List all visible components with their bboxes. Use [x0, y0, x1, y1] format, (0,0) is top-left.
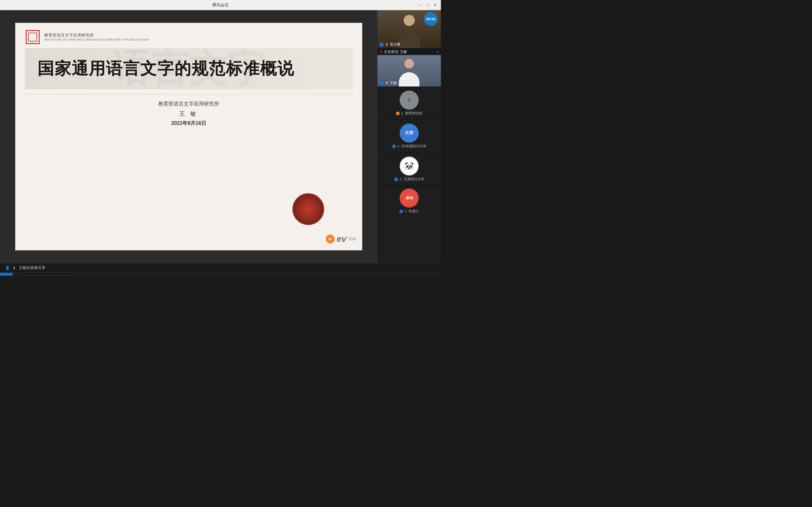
dengjiaxin-inner: 👤 🎙 助理邓佳欣	[380, 91, 438, 116]
timer-badge: 00:09	[424, 12, 438, 26]
screen-share-bar: 👤 🎙 王敏的屏幕共享	[0, 263, 441, 273]
mic-icon-dengjiaxin: 🎙	[401, 112, 404, 115]
institute-logo	[25, 29, 41, 45]
title-bar-controls: ─ □ ✕	[417, 3, 438, 8]
close-button[interactable]: ✕	[433, 3, 438, 8]
taskbar: ⊞ 🔍 ○ ⧉ ✉ 🐧 🔋 100% ⛅ 33°C 多云 🎙 🔊 📶 英 14:…	[0, 273, 441, 276]
start-button[interactable]: ⊞	[0, 273, 13, 276]
mic-icon-zhuoma: 🎙	[404, 210, 407, 213]
slide-date: 2021年8月16日	[15, 120, 362, 127]
search-bar[interactable]: 🔍	[15, 275, 79, 276]
slide-main-title: 国家通用语言文字的规范标准概说	[38, 58, 340, 80]
slide-header: 教育部语言文字应用研究所 INSTITUTE OF APPLIED LINGUI…	[15, 23, 362, 48]
slide-banner: 语言文字 国家通用语言文字的规范标准概说	[25, 48, 353, 89]
slide-org: 教育部语言文字应用研究所	[15, 101, 362, 107]
wangtao-inner: 🐼 🎙 王涛四川大学	[380, 157, 438, 181]
taskbar-quick-icons: ○ ⧉ ✉ 🐧	[81, 275, 131, 276]
participant-wangtao: 🐼 🎙 王涛四川大学	[377, 153, 441, 186]
speaking-label: 正在讲话: 王敏	[384, 49, 407, 54]
avatar-dengjiaxin: 👤	[400, 91, 419, 110]
speaking-controls: ↩	[437, 50, 439, 54]
taskbar-right: 🔋 100% ⛅ 33°C 多云 🎙 🔊 📶 英 14:34 2021/8/16…	[349, 275, 441, 276]
screen-share-person-icon: 👤	[5, 266, 10, 270]
slide-divider	[25, 94, 353, 95]
slide-footer-info: 教育部语言文字应用研究所 王 敏 2021年8月16日	[15, 101, 362, 127]
institute-cn: 教育部语言文字应用研究所	[44, 33, 149, 38]
name-hexiquan: 🎙 52何倩四川大学	[392, 144, 426, 149]
person-icon-leihan: 👤	[379, 43, 384, 47]
minimize-button[interactable]: ─	[417, 3, 422, 8]
person-icon-wangtao	[394, 177, 398, 181]
person-icon-hexiquan	[392, 145, 396, 148]
name-label-hexiquan: 52何倩四川大学	[401, 144, 426, 149]
mic-off-icon: 🎙	[379, 50, 383, 54]
mic-icon-leihan: 🎙	[385, 43, 389, 47]
taskbar-icon-multitask[interactable]: ⧉	[96, 275, 105, 276]
slide-author: 王 敏	[15, 110, 362, 118]
name-label-dengjiaxin: 助理邓佳欣	[405, 111, 422, 116]
name-label-wangtao: 王涛四川大学	[403, 177, 424, 181]
institute-en: INSTITUTE OF APPLIED LINGUISTICS MINISTR…	[44, 38, 149, 41]
speaking-overlay: 🎙 正在讲话: 王敏 ↩	[377, 49, 441, 55]
participant-zhuoma: 卓玛 🎙 扎措仁	[377, 186, 441, 216]
presentation-area: 教育部语言文字应用研究所 INSTITUTE OF APPLIED LINGUI…	[0, 10, 377, 263]
mic-icon-wangmin: 🎙	[385, 81, 389, 85]
name-leihan: 雷汉卿	[390, 42, 400, 47]
slide-container: 教育部语言文字应用研究所 INSTITUTE OF APPLIED LINGUI…	[15, 23, 362, 250]
clock-display: 14:34 2021/8/16	[415, 275, 430, 276]
main-layout: 教育部语言文字应用研究所 INSTITUTE OF APPLIED LINGUI…	[0, 10, 441, 263]
participant-hexiquan: 大学 🎙 52何倩四川大学	[377, 120, 441, 153]
red-seal	[293, 193, 324, 225]
mic-icon-hexiquan: 🎙	[397, 145, 400, 148]
taskbar-icon-mail[interactable]: ✉	[108, 275, 117, 276]
person-icon-dengjiaxin	[396, 112, 400, 115]
name-label-zhuoma: 扎措仁	[409, 209, 419, 214]
name-zhuoma: 🎙 扎措仁	[399, 209, 419, 214]
taskbar-icon-search[interactable]: ○	[84, 275, 93, 276]
name-wangmin: 王敏	[390, 80, 397, 85]
person-icon-wangmin: 👤	[379, 81, 384, 85]
ev-text: ev	[337, 234, 346, 244]
screen-share-mic-icon: 🎙	[12, 266, 16, 270]
institute-name: 教育部语言文字应用研究所 INSTITUTE OF APPLIED LINGUI…	[44, 33, 149, 41]
avatar-hexiquan: 大学	[400, 124, 419, 143]
sidebar: 00:09 👤 🎙 雷汉卿 🎙 正在讲话: 王敏 ↩ 👤 🎙	[377, 10, 441, 263]
slide-content: 语言文字 国家通用语言文字的规范标准概说	[15, 48, 362, 89]
person-icon-zhuoma	[399, 210, 403, 213]
mic-icon-wangtao: 🎙	[399, 178, 402, 181]
ev-watermark: ▶ ev 剪辑	[326, 234, 356, 244]
title-bar-text: 腾讯会议	[212, 2, 229, 8]
label-leihan: 👤 🎙 雷汉卿	[379, 42, 400, 47]
ev-recorder-label: 剪辑	[348, 236, 356, 242]
dengjiaxin-initials: 👤	[407, 98, 411, 102]
ev-play-icon: ▶	[326, 234, 335, 243]
participant-dengjiaxin: 👤 🎙 助理邓佳欣	[377, 87, 441, 120]
name-wangtao: 🎙 王涛四川大学	[394, 177, 424, 181]
hexiquan-inner: 大学 🎙 52何倩四川大学	[380, 124, 438, 149]
avatar-zhuoma: 卓玛	[400, 188, 419, 208]
clock-time: 14:34	[415, 275, 430, 276]
participant-leihan: 00:09 👤 🎙 雷汉卿	[377, 10, 441, 49]
avatar-wangtao: 🐼	[400, 157, 419, 176]
screen-share-label: 王敏的屏幕共享	[19, 265, 45, 271]
title-bar: 腾讯会议 ─ □ ✕	[0, 0, 441, 10]
participant-wangmin: 🎙 正在讲话: 王敏 ↩ 👤 🎙 王敏	[377, 49, 441, 87]
seal-circle	[293, 193, 324, 225]
name-dengjiaxin: 🎙 助理邓佳欣	[396, 111, 422, 116]
taskbar-icon-tencent[interactable]: 🐧	[120, 275, 129, 276]
maximize-button[interactable]: □	[425, 3, 430, 8]
label-wangmin: 👤 🎙 王敏	[379, 80, 397, 85]
